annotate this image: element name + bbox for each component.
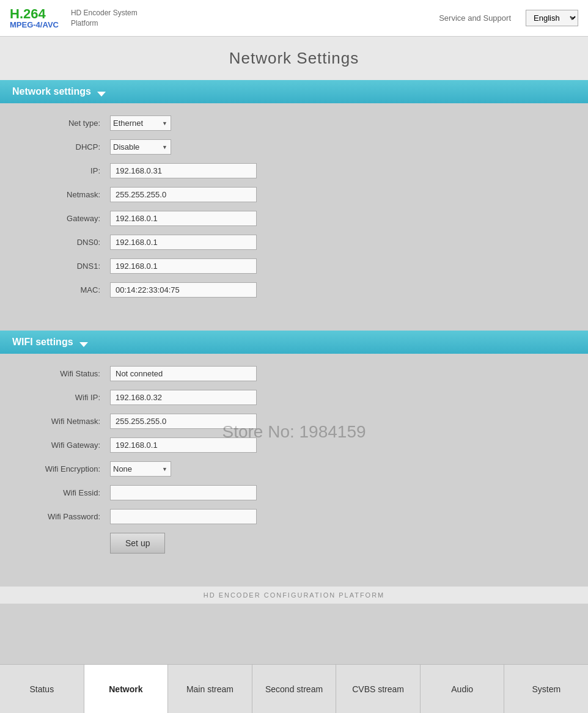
- ip-row: IP:: [24, 163, 564, 178]
- wifi-netmask-input[interactable]: [110, 414, 257, 429]
- wifi-ip-label: Wifi IP:: [24, 393, 110, 402]
- wifi-netmask-label: Wifi Netmask:: [24, 417, 110, 426]
- wifi-encryption-select[interactable]: None WEP WPA WPA2: [110, 461, 171, 477]
- wifi-encryption-label: Wifi Encryption:: [24, 464, 110, 474]
- nav-item-audio[interactable]: Audio: [421, 665, 505, 713]
- wifi-password-input[interactable]: [110, 509, 257, 524]
- header-right: Service and Support English Chinese: [439, 10, 578, 26]
- netmask-input[interactable]: [110, 187, 257, 202]
- footer-text: HD ENCODER CONFIGURATION PLATFORM: [0, 587, 588, 604]
- header-subtitle: HD Encoder System Platform: [71, 8, 138, 29]
- net-type-select-wrapper[interactable]: Ethernet WiFi: [110, 115, 171, 131]
- gateway-label: Gateway:: [24, 214, 110, 223]
- gateway-input[interactable]: [110, 211, 257, 226]
- dns0-input[interactable]: [110, 235, 257, 250]
- wifi-password-label: Wifi Password:: [24, 512, 110, 521]
- logo-h264: H.264: [10, 7, 59, 21]
- dhcp-label: DHCP:: [24, 142, 110, 152]
- ip-input[interactable]: [110, 163, 257, 178]
- wifi-settings-section: WIFI settings Wifi Status: Wifi IP: Wifi…: [0, 331, 588, 587]
- wifi-settings-header: WIFI settings: [0, 331, 588, 354]
- dns1-input[interactable]: [110, 258, 257, 274]
- setup-button[interactable]: Set up: [110, 533, 165, 554]
- wifi-password-row: Wifi Password:: [24, 509, 564, 524]
- wifi-gateway-row: Wifi Gateway:: [24, 437, 564, 453]
- mac-row: MAC:: [24, 282, 564, 298]
- wifi-essid-row: Wifi Essid:: [24, 485, 564, 500]
- dns1-row: DNS1:: [24, 258, 564, 274]
- dhcp-select-wrapper[interactable]: Disable Enable: [110, 139, 171, 155]
- wifi-essid-input[interactable]: [110, 485, 257, 500]
- mac-label: MAC:: [24, 285, 110, 294]
- wifi-status-input[interactable]: [110, 366, 257, 381]
- bottom-nav: Status Network Main stream Second stream…: [0, 664, 588, 713]
- nav-item-second-stream[interactable]: Second stream: [252, 665, 337, 713]
- page-title: Network Settings: [0, 37, 588, 80]
- wifi-ip-input[interactable]: [110, 390, 257, 405]
- wifi-status-row: Wifi Status:: [24, 366, 564, 381]
- logo-area: H.264 MPEG-4/AVC: [10, 7, 59, 29]
- ip-label: IP:: [24, 166, 110, 175]
- nav-item-status[interactable]: Status: [0, 665, 84, 713]
- language-select-wrapper[interactable]: English Chinese: [526, 10, 578, 26]
- dns0-row: DNS0:: [24, 235, 564, 250]
- wifi-encryption-wrapper[interactable]: None WEP WPA WPA2: [110, 461, 171, 477]
- net-type-label: Net type:: [24, 119, 110, 128]
- nav-item-cvbs-stream[interactable]: CVBS stream: [336, 665, 421, 713]
- wifi-gateway-input[interactable]: [110, 437, 257, 453]
- wifi-ip-row: Wifi IP:: [24, 390, 564, 405]
- nav-item-system[interactable]: System: [504, 665, 588, 713]
- network-form: Net type: Ethernet WiFi DHCP: Disable En…: [0, 103, 588, 318]
- network-settings-section: Network settings Net type: Ethernet WiFi…: [0, 80, 588, 331]
- net-type-select[interactable]: Ethernet WiFi: [110, 115, 171, 131]
- net-type-row: Net type: Ethernet WiFi: [24, 115, 564, 131]
- logo-mpeg: MPEG-4/AVC: [10, 21, 59, 29]
- wifi-gateway-label: Wifi Gateway:: [24, 441, 110, 450]
- wifi-form: Wifi Status: Wifi IP: Wifi Netmask: Wifi…: [0, 354, 588, 574]
- wifi-netmask-row: Wifi Netmask:: [24, 414, 564, 429]
- dhcp-row: DHCP: Disable Enable: [24, 139, 564, 155]
- wifi-status-label: Wifi Status:: [24, 369, 110, 378]
- nav-item-network[interactable]: Network: [84, 665, 169, 713]
- language-select[interactable]: English Chinese: [526, 10, 578, 26]
- network-settings-title: Network settings: [12, 86, 91, 97]
- dns0-label: DNS0:: [24, 238, 110, 247]
- content-wrapper: Store No: 1984159 Network settings Net t…: [0, 80, 588, 587]
- service-support-label: Service and Support: [439, 13, 511, 23]
- network-settings-header: Network settings: [0, 80, 588, 103]
- netmask-row: Netmask:: [24, 187, 564, 202]
- wifi-encryption-row: Wifi Encryption: None WEP WPA WPA2: [24, 461, 564, 477]
- gateway-row: Gateway:: [24, 211, 564, 226]
- mac-input[interactable]: [110, 282, 257, 298]
- dhcp-select[interactable]: Disable Enable: [110, 139, 171, 155]
- section-header-arrow: [97, 92, 106, 97]
- wifi-settings-title: WIFI settings: [12, 337, 73, 348]
- netmask-label: Netmask:: [24, 190, 110, 199]
- dns1-label: DNS1:: [24, 261, 110, 271]
- wifi-essid-label: Wifi Essid:: [24, 488, 110, 497]
- wifi-section-arrow: [79, 342, 88, 347]
- nav-item-main-stream[interactable]: Main stream: [168, 665, 252, 713]
- header: H.264 MPEG-4/AVC HD Encoder System Platf…: [0, 0, 588, 37]
- setup-row: Set up: [24, 533, 564, 554]
